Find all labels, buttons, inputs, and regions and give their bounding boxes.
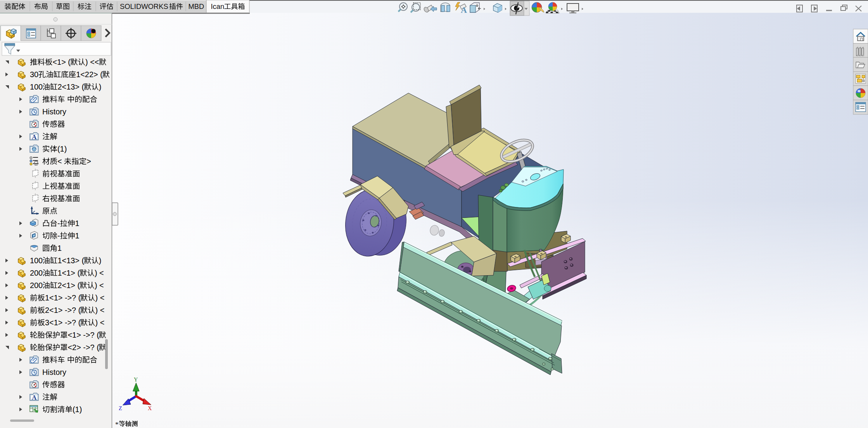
svg-text:2<1> (: 2<1> ( [58,281,80,290]
svg-text:Y: Y [134,376,138,383]
svg-text:1<1> ->? (: 1<1> ->? ( [45,293,81,302]
svg-text:1<22> (: 1<22> ( [76,70,103,79]
svg-text:SOLIDWORKS: SOLIDWORKS [120,2,168,10]
svg-text:(1): (1) [57,145,67,153]
svg-text:200: 200 [30,269,43,277]
svg-text:MBD: MBD [188,2,204,10]
svg-text:1: 1 [57,244,62,252]
svg-text:A: A [32,133,37,141]
svg-text:30: 30 [30,70,38,79]
svg-text:) <: ) < [95,269,104,277]
svg-text:A: A [461,5,467,15]
svg-text:<2> ->? (: <2> ->? ( [68,343,100,352]
svg-text:-: - [57,231,60,240]
svg-text:1<13> (: 1<13> ( [58,256,85,265]
svg-text:X: X [148,405,152,411]
svg-text:<: < [57,157,62,166]
svg-text:>: > [86,157,91,166]
svg-text:*: * [115,421,119,428]
svg-text:History: History [42,368,66,376]
svg-text:A: A [32,394,37,401]
svg-text:) <: ) < [95,318,105,327]
svg-text:<1> (: <1> ( [53,58,71,66]
svg-text:): ) [99,83,102,91]
svg-text:100: 100 [30,83,43,91]
svg-text:) <: ) < [95,281,104,290]
svg-text:(1): (1) [73,405,82,414]
svg-text:<1> ->? (: <1> ->? ( [68,331,100,339]
svg-text:Z: Z [119,405,122,411]
svg-text:) <: ) < [95,306,105,314]
svg-text:1: 1 [75,231,80,240]
svg-text:-: - [57,219,60,228]
svg-text:): ) [99,256,102,265]
svg-text:2<13> (: 2<13> ( [58,83,85,91]
svg-text:Ican: Ican [211,2,225,10]
svg-text:1<1> (: 1<1> ( [58,269,80,277]
svg-text:2<1> ->? (: 2<1> ->? ( [45,306,81,314]
svg-text:1: 1 [75,219,80,228]
svg-text:) <<: ) << [85,58,99,66]
svg-text:) <: ) < [95,293,105,302]
svg-text:100: 100 [30,256,43,265]
svg-text:3<1> ->? (: 3<1> ->? ( [45,318,81,327]
svg-text:History: History [42,107,66,116]
svg-text:200: 200 [30,281,43,290]
